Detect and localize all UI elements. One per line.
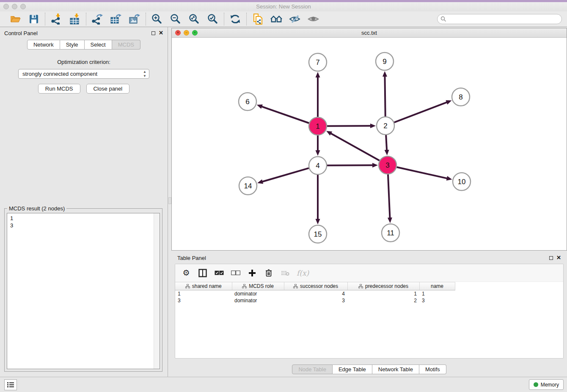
mcds-result-list[interactable]: 1 3 — [7, 213, 160, 369]
minimize-network-icon[interactable]: − — [184, 30, 189, 36]
table-row[interactable]: 1dominator411 — [175, 290, 563, 297]
graph-node-8[interactable]: 8 — [452, 88, 470, 106]
edge-2-9[interactable] — [385, 76, 385, 116]
network-canvas[interactable]: 1234678910111415 — [172, 38, 567, 250]
minimize-window-icon[interactable] — [12, 4, 17, 9]
column-header-shared-name[interactable]: shared name — [175, 282, 232, 290]
edge-1-2[interactable] — [327, 126, 371, 126]
task-history-button[interactable] — [4, 379, 17, 390]
export-network-icon[interactable] — [91, 13, 103, 25]
memory-button[interactable]: Memory — [529, 379, 564, 390]
search-container — [437, 14, 562, 24]
clear-table-icon[interactable] — [280, 268, 290, 278]
column-header-MCDS-role[interactable]: MCDS role — [232, 282, 284, 290]
refresh-icon[interactable] — [229, 13, 241, 25]
add-row-icon[interactable] — [247, 268, 257, 278]
cell-successor-nodes[interactable]: 4 — [284, 290, 347, 297]
edge-3-10[interactable] — [396, 167, 447, 179]
node-table[interactable]: shared nameMCDS rolesuccessor nodesprede… — [175, 282, 563, 304]
graph-node-10[interactable]: 10 — [453, 173, 471, 190]
tab-network-table[interactable]: Network Table — [372, 364, 419, 374]
float-table-panel-icon[interactable] — [549, 256, 553, 260]
close-table-panel-icon[interactable]: ✕ — [556, 255, 561, 260]
search-input[interactable] — [437, 14, 562, 24]
tab-motifs[interactable]: Motifs — [419, 364, 446, 374]
graph-node-2[interactable]: 2 — [377, 117, 394, 135]
graph-node-3[interactable]: 3 — [379, 156, 396, 174]
tab-mcds[interactable]: MCDS — [112, 40, 140, 50]
float-panel-icon[interactable] — [151, 31, 155, 35]
run-mcds-button[interactable]: Run MCDS — [38, 84, 80, 94]
close-window-icon[interactable] — [3, 4, 9, 9]
criterion-select[interactable]: strongly connected component ▲▼ — [18, 69, 149, 79]
home-icon[interactable] — [270, 13, 282, 25]
cell-shared-name[interactable]: 1 — [175, 290, 232, 297]
cell-predecessor-nodes[interactable]: 2 — [347, 297, 419, 304]
cell-name[interactable]: 1 — [419, 290, 455, 297]
delete-row-icon[interactable] — [264, 268, 274, 278]
edge-arrowhead — [257, 179, 263, 184]
export-image-icon[interactable] — [129, 13, 140, 25]
cell-shared-name[interactable]: 3 — [175, 297, 232, 304]
result-scrollbar[interactable] — [154, 213, 160, 369]
deselect-all-checkboxes-icon[interactable] — [231, 268, 241, 278]
column-header-name[interactable]: name — [419, 282, 455, 290]
graph-node-14[interactable]: 14 — [239, 177, 257, 195]
zoom-window-icon[interactable] — [20, 4, 26, 9]
export-table-icon[interactable] — [110, 13, 122, 25]
hide-eye-icon[interactable] — [289, 13, 301, 25]
edge-3-1[interactable] — [330, 133, 380, 161]
save-icon[interactable] — [28, 13, 40, 25]
zoom-in-icon[interactable] — [151, 13, 163, 25]
function-builder-icon[interactable]: f(x) — [297, 269, 309, 277]
zoom-out-icon[interactable] — [170, 13, 182, 25]
zoom-fit-icon[interactable] — [188, 13, 200, 25]
cell-name[interactable]: 3 — [419, 297, 455, 304]
graph-node-6[interactable]: 6 — [239, 93, 256, 110]
cell-MCDS-role[interactable]: dominator — [232, 297, 284, 304]
graph-node-7[interactable]: 7 — [309, 53, 327, 71]
zoom-selected-icon[interactable] — [207, 13, 219, 25]
tab-node-table[interactable]: Node Table — [292, 364, 333, 374]
tab-network[interactable]: Network — [27, 40, 60, 50]
graph-node-4[interactable]: 4 — [309, 157, 327, 174]
edge-4-3[interactable] — [327, 165, 373, 166]
criterion-value: strongly connected component — [22, 71, 97, 77]
close-network-icon[interactable]: ✕ — [175, 30, 181, 36]
window-title: Session: New Session — [0, 2, 567, 11]
tab-select[interactable]: Select — [85, 40, 112, 50]
close-panel-icon[interactable]: ✕ — [159, 30, 163, 36]
edge-1-6[interactable] — [261, 106, 309, 123]
panel-splitter-handle[interactable] — [168, 197, 171, 204]
select-all-checkboxes-icon[interactable] — [214, 268, 224, 278]
close-panel-button[interactable]: Close panel — [86, 84, 130, 94]
graph-node-15[interactable]: 15 — [309, 225, 327, 243]
show-eye-icon[interactable] — [308, 13, 319, 25]
edge-2-3[interactable] — [386, 135, 387, 151]
cell-MCDS-role[interactable]: dominator — [232, 290, 284, 297]
main-titlebar: Session: New Session — [0, 2, 567, 11]
tab-style[interactable]: Style — [60, 40, 85, 50]
maximize-network-icon[interactable]: + — [192, 30, 198, 36]
graph-node-9[interactable]: 9 — [376, 52, 394, 70]
network-window-titlebar[interactable]: ✕ − + scc.txt — [172, 28, 567, 38]
edge-4-14[interactable] — [262, 168, 309, 182]
graph-node-1[interactable]: 1 — [309, 117, 327, 135]
edge-arrowhead — [316, 219, 320, 224]
table-settings-gear-icon[interactable]: ⚙ — [181, 268, 191, 278]
import-table-icon[interactable] — [69, 13, 81, 25]
cell-successor-nodes[interactable]: 3 — [284, 297, 347, 304]
edge-3-11[interactable] — [388, 174, 390, 218]
duplicate-network-icon[interactable] — [252, 13, 264, 25]
toggle-columns-icon[interactable] — [198, 268, 208, 278]
cell-predecessor-nodes[interactable]: 1 — [347, 290, 419, 297]
column-header-predecessor-nodes[interactable]: predecessor nodes — [347, 282, 419, 290]
import-network-icon[interactable] — [50, 13, 62, 25]
column-header-successor-nodes[interactable]: successor nodes — [284, 282, 347, 290]
edge-arrowhead — [383, 71, 387, 77]
open-file-icon[interactable] — [9, 13, 21, 25]
tab-edge-table[interactable]: Edge Table — [333, 364, 372, 374]
graph-node-11[interactable]: 11 — [382, 224, 399, 242]
edge-2-8[interactable] — [394, 102, 448, 122]
table-row[interactable]: 3dominator323 — [175, 297, 563, 304]
